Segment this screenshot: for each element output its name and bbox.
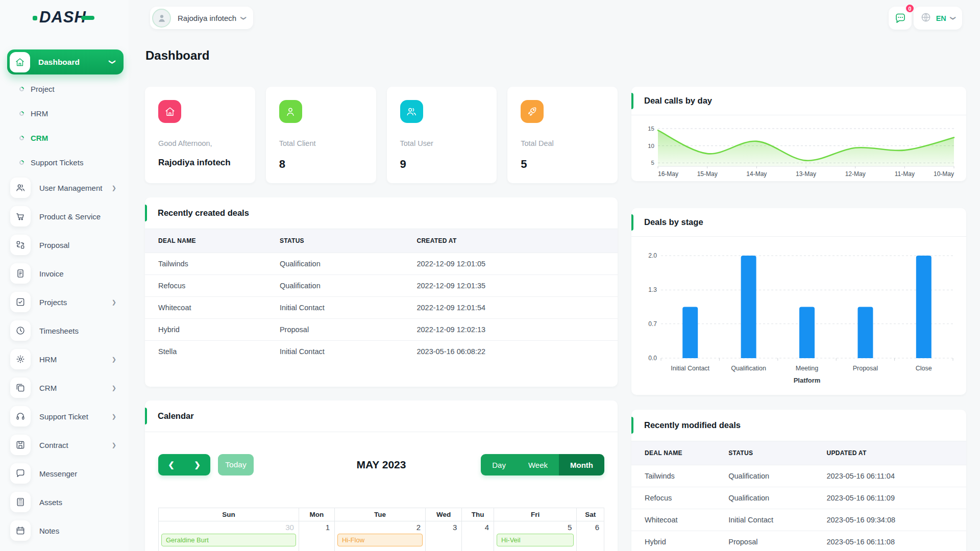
- calendar-cell[interactable]: 4: [462, 521, 494, 551]
- table-cell: Initial Contact: [728, 509, 826, 531]
- stat-card-total-client: Total Client8: [266, 87, 376, 183]
- svg-text:Qualification: Qualification: [731, 365, 766, 372]
- stat-value: 5: [521, 158, 604, 171]
- table-cell: Hybrid: [145, 319, 280, 341]
- logo-dot: [33, 16, 37, 20]
- sidebar-item-crm[interactable]: CRM❯: [7, 377, 126, 399]
- area-chart-svg: 5101516-May15-May14-May13-May12-May11-Ma…: [639, 120, 959, 181]
- calendar-date: 2: [335, 521, 425, 533]
- calendar-view-week[interactable]: Week: [517, 454, 559, 475]
- chat-bubble-icon: [894, 12, 906, 24]
- avatar: [152, 9, 171, 28]
- accent-bar: [631, 214, 633, 231]
- sidebar-item-notes[interactable]: Notes: [7, 519, 126, 542]
- calendar-cell[interactable]: 3: [426, 521, 462, 551]
- sidebar-item-invoice[interactable]: Invoice: [7, 262, 126, 285]
- table-cell: 2022-12-09 12:01:35: [416, 275, 618, 297]
- calendar-date: 3: [426, 521, 461, 533]
- column-header: CREATED AT: [416, 229, 618, 253]
- sidebar-subitem-label: CRM: [31, 134, 48, 142]
- boxes-icon: [15, 240, 26, 250]
- calendar-date: 1: [299, 521, 334, 533]
- sidebar-item-proposal[interactable]: Proposal: [7, 234, 126, 256]
- sidebar-subitem-hrm[interactable]: HRM: [10, 101, 122, 126]
- sidebar-item-timesheets[interactable]: Timesheets: [7, 319, 126, 342]
- calendar-event[interactable]: Hi-Flow: [337, 534, 423, 546]
- sidebar-subitem-support-tickets[interactable]: Support Tickets: [10, 150, 122, 174]
- globe-icon: [920, 12, 932, 25]
- sidebar-item-contract[interactable]: Contract❯: [7, 434, 126, 456]
- sidebar-item-projects[interactable]: Projects❯: [7, 291, 126, 313]
- svg-text:10: 10: [648, 143, 654, 149]
- card-header: Recently created deals: [145, 197, 618, 229]
- table-cell: Initial Contact: [280, 297, 417, 319]
- table-cell: 2022-12-09 12:01:54: [416, 297, 618, 319]
- accent-bar: [145, 408, 147, 424]
- calendar-cell[interactable]: 2Hi-Flow: [334, 521, 425, 551]
- deal-calls-chart: 5101516-May15-May14-May13-May12-May11-Ma…: [631, 115, 966, 183]
- sidebar-item-label: Contract: [39, 441, 112, 449]
- chevron-down-icon: ❯: [950, 16, 957, 20]
- sidebar-subitem-label: HRM: [31, 109, 48, 118]
- table-cell: 2023-05-16 06:11:08: [826, 531, 966, 551]
- calendar-cell[interactable]: 1: [299, 521, 334, 551]
- sidebar-item-label: Product & Service: [39, 212, 126, 221]
- calendar-day-header: Tue: [334, 508, 425, 521]
- table-cell: Stella: [145, 341, 280, 363]
- sidebar-item-dashboard[interactable]: Dashboard ❯: [7, 49, 124, 74]
- sidebar-item-product-service[interactable]: Product & Service: [7, 205, 126, 228]
- card-title: Calendar: [158, 411, 194, 421]
- sidebar-item-support-ticket[interactable]: Support Ticket❯: [7, 405, 126, 428]
- table-row: RefocusQualification2023-05-16 06:11:09: [631, 487, 966, 509]
- svg-text:0.0: 0.0: [648, 355, 657, 362]
- table-cell: Initial Contact: [280, 341, 417, 363]
- calendar-view-day[interactable]: Day: [481, 454, 517, 475]
- recently-modified-deals-card: Recently modified deals DEAL NAMESTATUSU…: [631, 410, 966, 551]
- sidebar-subitem-project[interactable]: Project: [10, 77, 122, 101]
- calendar-toolbar: ❮ ❯ Today MAY 2023 DayWeekMonth: [158, 454, 604, 475]
- calendar-event[interactable]: Hi-Veil: [497, 534, 574, 546]
- sidebar-item-hrm[interactable]: HRM❯: [7, 348, 126, 370]
- messenger-button[interactable]: 0: [889, 7, 912, 30]
- logo[interactable]: DASH: [33, 7, 94, 28]
- calendar-date: 30: [159, 521, 299, 533]
- sidebar-item-messenger[interactable]: Messenger: [7, 462, 126, 485]
- company-selector[interactable]: Rajodiya infotech ❯: [150, 7, 253, 29]
- calendar-cell[interactable]: 5Hi-Veil: [494, 521, 577, 551]
- svg-text:10-May: 10-May: [934, 170, 954, 178]
- table-cell: Qualification: [280, 275, 417, 297]
- calendar-event[interactable]: Geraldine Burt: [161, 534, 296, 546]
- bullet-icon: [18, 110, 25, 117]
- table-cell: Qualification: [728, 465, 826, 487]
- bullet-icon: [18, 135, 25, 141]
- company-name: Rajodiya infotech: [178, 14, 236, 22]
- table-cell: Proposal: [280, 319, 417, 341]
- table-cell: Tailwinds: [631, 465, 728, 487]
- deals-by-stage-chart: 0.00.71.32.0Initial ContactQualification…: [631, 237, 966, 390]
- user-icon: [285, 106, 296, 117]
- sidebar-item-label: Messenger: [39, 469, 126, 478]
- language-selector[interactable]: EN ❯: [914, 7, 962, 30]
- topbar: Rajodiya infotech ❯ 0 EN ❯: [129, 0, 980, 36]
- calendar-day-header: Wed: [426, 508, 462, 521]
- svg-text:12-May: 12-May: [845, 170, 866, 178]
- calendar-cell[interactable]: 30Geraldine Burt: [159, 521, 299, 551]
- column-header: STATUS: [728, 441, 826, 465]
- created-deals-table: DEAL NAMESTATUSCREATED ATTailwindsQualif…: [145, 229, 618, 362]
- chevron-right-icon: ❯: [112, 442, 116, 448]
- calendar-cell[interactable]: 6: [577, 521, 604, 551]
- bullet-icon: [18, 86, 25, 92]
- page-title: Dashboard: [145, 48, 209, 63]
- calendar-date: 4: [462, 521, 494, 533]
- sidebar-subitem-label: Support Tickets: [31, 158, 83, 167]
- table-row: TailwindsQualification2023-05-16 06:11:0…: [631, 465, 966, 487]
- table-cell: Qualification: [728, 487, 826, 509]
- sidebar-item-assets[interactable]: Assets: [7, 491, 126, 513]
- sidebar-item-user-management[interactable]: User Management❯: [7, 177, 126, 199]
- table-cell: 2022-12-09 12:01:05: [416, 253, 618, 275]
- cart-icon: [15, 211, 26, 221]
- svg-text:Meeting: Meeting: [796, 365, 819, 372]
- sidebar-subitem-crm[interactable]: CRM: [10, 126, 122, 150]
- sidebar-subitem-label: Project: [31, 85, 55, 93]
- calendar-view-month[interactable]: Month: [559, 454, 604, 475]
